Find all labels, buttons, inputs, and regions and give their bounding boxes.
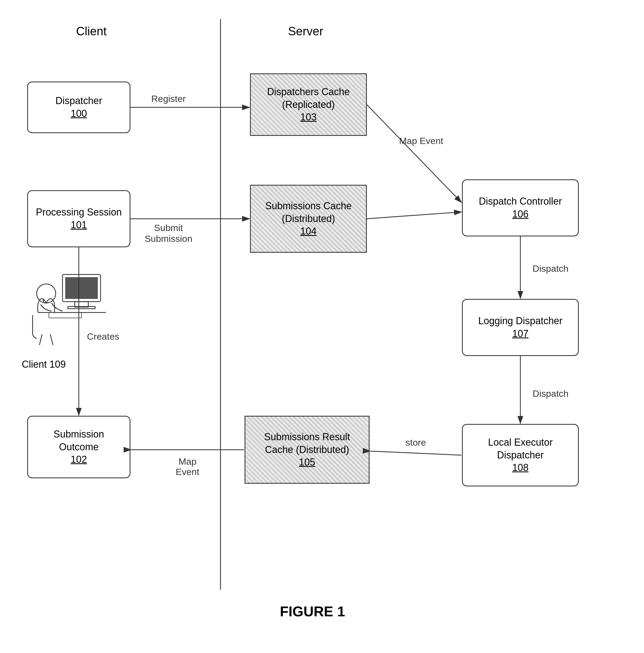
svg-line-24	[370, 451, 461, 455]
submission-outcome-line1: Submission	[53, 428, 104, 441]
submissions-result-box: Submissions Result Cache (Distributed) 1…	[244, 416, 369, 484]
client-server-divider	[220, 19, 221, 590]
dispatch-controller-box: Dispatch Controller 106	[462, 179, 579, 236]
submissions-cache-box: Submissions Cache (Distributed) 104	[250, 185, 367, 253]
dispatchers-cache-box: Dispatchers Cache (Replicated) 103	[250, 73, 367, 136]
client-person-label: Client 109	[22, 359, 66, 370]
local-executor-line1: Local Executor	[488, 436, 553, 449]
dispatchers-cache-line2: (Replicated)	[267, 98, 350, 111]
svg-text:Event: Event	[176, 466, 199, 477]
svg-text:Map Event: Map Event	[399, 136, 444, 146]
processing-session-line2: 101	[71, 219, 87, 232]
svg-text:Register: Register	[151, 94, 186, 104]
local-executor-line3: 108	[512, 461, 528, 474]
svg-line-9	[50, 334, 53, 345]
local-executor-box: Local Executor Dispatcher 108	[462, 424, 579, 486]
submission-outcome-line2: Outcome	[59, 441, 99, 454]
submissions-cache-line3: 104	[265, 225, 352, 238]
dispatchers-cache-line3: 103	[267, 111, 350, 124]
svg-text:Submit: Submit	[154, 222, 183, 233]
submissions-cache-line2: (Distributed)	[265, 213, 352, 225]
dispatch-controller-line1: Dispatch Controller	[479, 195, 562, 208]
dispatch-controller-line2: 106	[512, 208, 528, 221]
submission-outcome-line3: 102	[71, 453, 87, 466]
logging-dispatcher-line2: 107	[512, 328, 528, 340]
svg-line-19	[367, 212, 461, 219]
svg-rect-1	[65, 277, 98, 299]
svg-text:Submission: Submission	[145, 234, 192, 244]
client-illustration	[22, 258, 114, 350]
svg-rect-5	[49, 313, 81, 318]
local-executor-line2: Dispatcher	[497, 449, 544, 462]
processing-session-box: Processing Session 101	[27, 190, 130, 247]
logging-dispatcher-line1: Logging Dispatcher	[478, 315, 563, 328]
processing-session-line1: Processing Session	[36, 206, 122, 219]
svg-line-8	[40, 334, 42, 345]
dispatchers-cache-line1: Dispatchers Cache	[267, 86, 350, 98]
figure-caption: FIGURE 1	[217, 603, 408, 620]
svg-line-14	[367, 105, 461, 202]
dispatcher-label-line2: 100	[71, 107, 87, 120]
dispatcher-box: Dispatcher 100	[27, 81, 130, 133]
svg-text:store: store	[405, 437, 426, 448]
submissions-result-line3: 105	[264, 456, 350, 469]
submissions-result-line2: Cache (Distributed)	[264, 443, 350, 456]
logging-dispatcher-box: Logging Dispatcher 107	[462, 299, 579, 356]
client-header: Client	[76, 24, 107, 38]
submission-outcome-box: Submission Outcome 102	[27, 416, 130, 478]
submissions-cache-line1: Submissions Cache	[265, 200, 352, 213]
svg-rect-3	[68, 307, 95, 309]
diagram-container: Client Server Dispatcher 100 Dispatchers…	[0, 0, 644, 653]
dispatcher-label-line1: Dispatcher	[55, 95, 102, 107]
server-header: Server	[288, 24, 324, 38]
svg-text:Dispatch: Dispatch	[532, 263, 569, 274]
svg-text:Dispatch: Dispatch	[532, 388, 569, 398]
submissions-result-line1: Submissions Result	[264, 431, 350, 443]
svg-text:Map: Map	[178, 456, 196, 466]
